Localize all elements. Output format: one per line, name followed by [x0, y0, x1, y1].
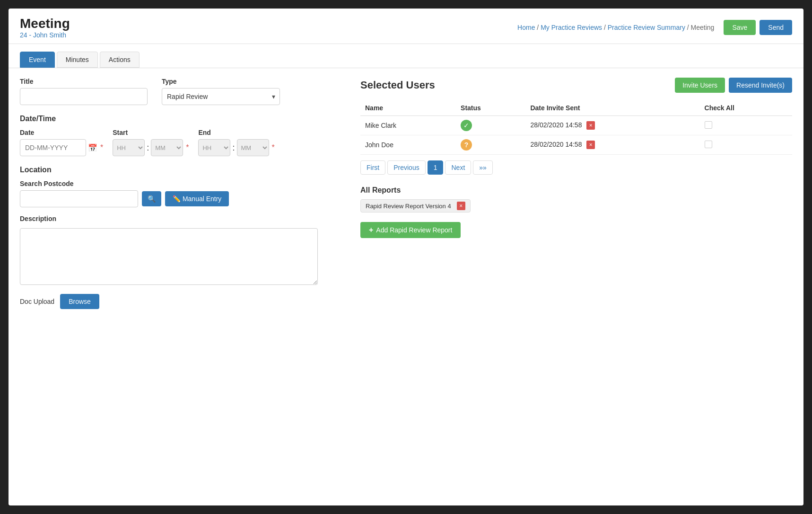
- type-select[interactable]: Rapid Review Meeting Other: [162, 88, 280, 105]
- breadcrumb-home[interactable]: Home: [517, 24, 535, 31]
- breadcrumb: Home / My Practice Reviews / Practice Re…: [517, 24, 714, 31]
- user-date-mike: 28/02/2020 14:58 ×: [525, 116, 699, 135]
- user-check-mike: [700, 116, 792, 135]
- end-mm-select[interactable]: MM: [237, 139, 269, 156]
- search-button[interactable]: 🔍: [142, 191, 161, 206]
- description-label: Description: [20, 215, 341, 222]
- breadcrumb-practice-review-summary[interactable]: Practice Review Summary: [608, 24, 685, 31]
- tab-event[interactable]: Event: [20, 52, 55, 68]
- table-row: John Doe ? 28/02/2020 14:58 ×: [360, 135, 792, 155]
- user-date-john: 28/02/2020 14:58 ×: [525, 135, 699, 155]
- selected-users-title: Selected Users: [360, 79, 435, 91]
- end-required: *: [272, 143, 275, 152]
- pagination-last[interactable]: »»: [473, 160, 493, 175]
- end-hh-select[interactable]: HH: [198, 139, 230, 156]
- location-section-title: Location: [20, 166, 341, 174]
- type-label: Type: [162, 78, 280, 85]
- checkbox-john[interactable]: [705, 141, 712, 148]
- user-action-buttons: Invite Users Resend Invite(s): [675, 78, 792, 93]
- users-table: Name Status Date Invite Sent Check All M…: [360, 100, 792, 155]
- tab-minutes[interactable]: Minutes: [57, 52, 98, 68]
- delete-john-button[interactable]: ×: [586, 141, 595, 149]
- delete-report-button[interactable]: ×: [457, 202, 465, 210]
- date-label: Date: [20, 129, 103, 136]
- breadcrumb-my-practice-reviews[interactable]: My Practice Reviews: [541, 24, 602, 31]
- tab-bar: Event Minutes Actions: [9, 44, 803, 68]
- existing-report-tag: Rapid Review Report Version 4 ×: [360, 199, 471, 213]
- calendar-button[interactable]: 📅: [88, 143, 97, 152]
- subtitle-link[interactable]: 24 - John Smith: [20, 31, 66, 39]
- user-status-mike: ✓: [456, 116, 525, 135]
- table-row: Mike Clark ✓ 28/02/2020 14:58 ×: [360, 116, 792, 135]
- search-icon: 🔍: [148, 195, 156, 203]
- checkbox-mike[interactable]: [705, 121, 712, 129]
- date-required: *: [100, 143, 103, 152]
- start-required: *: [186, 143, 189, 152]
- pagination-first[interactable]: First: [360, 160, 385, 175]
- pagination-previous[interactable]: Previous: [387, 160, 425, 175]
- user-name-mike: Mike Clark: [360, 116, 456, 135]
- plus-icon: +: [369, 226, 373, 234]
- status-orange-icon: ?: [461, 139, 472, 151]
- page-title: Meeting: [20, 16, 70, 31]
- col-status: Status: [456, 100, 525, 116]
- user-check-john: [700, 135, 792, 155]
- description-textarea[interactable]: [20, 228, 318, 285]
- all-reports-title: All Reports: [360, 186, 792, 195]
- all-reports-section: All Reports Rapid Review Report Version …: [360, 186, 792, 238]
- postcode-label: Search Postcode: [20, 180, 341, 187]
- title-input[interactable]: [20, 88, 148, 105]
- start-mm-select[interactable]: MM: [151, 139, 183, 156]
- manual-entry-button[interactable]: ✏️ Manual Entry: [165, 191, 229, 206]
- save-button[interactable]: Save: [724, 20, 756, 35]
- pagination-current[interactable]: 1: [428, 160, 444, 175]
- invite-users-button[interactable]: Invite Users: [675, 78, 725, 93]
- doc-upload-label: Doc Upload: [20, 298, 54, 305]
- status-green-icon: ✓: [461, 120, 472, 131]
- col-check-all: Check All: [700, 100, 792, 116]
- pagination: First Previous 1 Next »»: [360, 160, 792, 175]
- datetime-section-title: Date/Time: [20, 115, 341, 123]
- delete-mike-button[interactable]: ×: [586, 121, 595, 130]
- user-name-john: John Doe: [360, 135, 456, 155]
- browse-button[interactable]: Browse: [60, 294, 99, 309]
- tab-actions[interactable]: Actions: [100, 52, 140, 68]
- breadcrumb-current: Meeting: [691, 24, 715, 31]
- pagination-next[interactable]: Next: [445, 160, 471, 175]
- postcode-input[interactable]: [20, 190, 138, 207]
- add-report-button[interactable]: + Add Rapid Review Report: [360, 222, 461, 238]
- start-label: Start: [113, 129, 189, 136]
- user-status-john: ?: [456, 135, 525, 155]
- col-date-invite: Date Invite Sent: [525, 100, 699, 116]
- send-button[interactable]: Send: [760, 20, 792, 35]
- start-hh-select[interactable]: HH: [113, 139, 145, 156]
- title-label: Title: [20, 78, 148, 85]
- resend-invites-button[interactable]: Resend Invite(s): [729, 78, 792, 93]
- date-input[interactable]: [20, 139, 86, 156]
- col-name: Name: [360, 100, 456, 116]
- end-label: End: [198, 129, 274, 136]
- edit-icon: ✏️: [173, 195, 181, 203]
